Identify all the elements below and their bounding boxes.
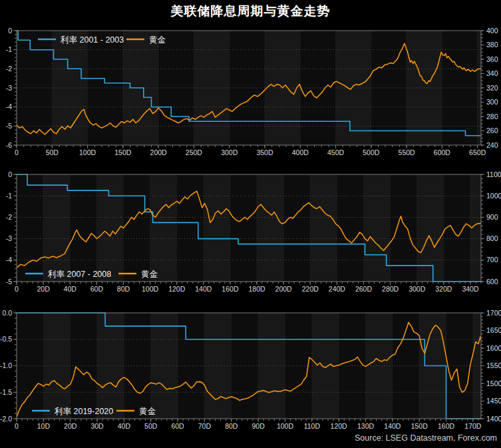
right-tick-label: 600 [486, 278, 498, 286]
fed-gold-charts: 050D100D150D200D250D300D350D400D450D500D… [0, 0, 501, 448]
x-tick-label: 60D [90, 285, 104, 293]
left-tick-label: -6 [6, 141, 12, 149]
x-tick-label: 320D [435, 285, 452, 293]
x-tick-label: 160D [438, 422, 455, 430]
x-tick-label: 60D [171, 422, 184, 430]
x-tick-label: 500D [363, 148, 380, 156]
rate-legend-label: 利率 2019-2020 [54, 407, 113, 416]
x-tick-label: 110D [304, 422, 321, 430]
right-tick-label: 1400 [486, 415, 501, 423]
x-tick-label: 600D [434, 148, 451, 156]
right-tick-label: 900 [486, 213, 498, 221]
right-tick-label: 1650 [486, 326, 501, 334]
right-tick-label: 1600 [486, 344, 501, 352]
x-tick-label: 120D [331, 422, 348, 430]
x-tick-label: 20D [37, 285, 50, 293]
x-tick-label: 250D [186, 148, 203, 156]
x-tick-label: 100D [79, 148, 96, 156]
x-tick-label: 80D [117, 285, 130, 293]
right-tick-label: 320 [486, 84, 498, 92]
x-tick-label: 180D [248, 285, 265, 293]
x-tick-label: 400D [292, 148, 309, 156]
x-tick-label: 350D [256, 148, 273, 156]
left-tick-label: -5 [6, 122, 12, 130]
left-tick-label: -4 [6, 103, 12, 111]
x-tick-label: 340D [462, 285, 479, 293]
left-tick-label: -1.5 [0, 388, 12, 396]
left-tick-label: 0 [8, 170, 12, 178]
rate-legend-label: 利率 2007 - 2008 [47, 270, 111, 279]
right-tick-label: 1700 [486, 309, 501, 317]
right-tick-label: 1000 [486, 192, 501, 200]
left-tick-label: -1 [6, 192, 12, 200]
x-tick-label: 160D [222, 285, 239, 293]
rate-legend-label: 利率 2001 - 2003 [60, 35, 124, 45]
right-tick-label: 300 [486, 98, 498, 106]
x-tick-label: 300D [221, 148, 238, 156]
x-tick-label: 650D [469, 148, 486, 156]
x-tick-label: 10D [37, 422, 51, 430]
x-tick-label: 100D [277, 422, 294, 430]
x-tick-label: 170D [464, 422, 482, 430]
left-tick-label: 0.0 [2, 309, 12, 317]
x-tick-label: 100D [142, 285, 159, 293]
x-tick-label: 20D [64, 422, 77, 430]
right-tick-label: 340 [486, 69, 498, 77]
right-tick-label: 1450 [486, 397, 501, 405]
source-credit: Source: LSEG Datastream, Forex.com [355, 433, 497, 443]
right-tick-label: 700 [486, 256, 498, 264]
panel-2019-2020cycle: 010D20D30D40D50D60D70D80D90D100D110D120D… [0, 309, 501, 431]
left-tick-label: -5 [6, 278, 12, 286]
x-tick-label: 150D [114, 148, 132, 156]
right-tick-label: 800 [486, 234, 498, 242]
x-tick-label: 50D [144, 422, 158, 430]
right-tick-label: 380 [486, 41, 498, 49]
x-tick-label: 130D [357, 422, 375, 430]
left-tick-label: -2 [6, 65, 12, 73]
x-tick-label: 200D [150, 148, 168, 156]
x-tick-label: 260D [355, 285, 373, 293]
x-tick-label: 80D [225, 422, 238, 430]
right-tick-label: 240 [486, 141, 498, 149]
right-tick-label: 280 [486, 112, 498, 120]
x-tick-label: 70D [198, 422, 212, 430]
right-tick-label: 360 [486, 55, 498, 63]
x-tick-label: 40D [118, 422, 131, 430]
x-tick-label: 90D [251, 422, 265, 430]
x-tick-label: 300D [409, 285, 426, 293]
panel-2001-2003cycle: 050D100D150D200D250D300D350D400D450D500D… [6, 27, 498, 157]
right-tick-label: 1550 [486, 361, 501, 369]
left-tick-label: -3 [6, 84, 12, 92]
x-tick-label: 0 [15, 148, 19, 156]
left-tick-label: -2.0 [0, 415, 12, 423]
chart-page: 美联储降息周期与黄金走势 050D100D150D200D250D300D350… [0, 0, 501, 448]
left-tick-label: -3 [6, 234, 12, 242]
x-tick-label: 120D [168, 285, 186, 293]
left-tick-label: -1 [6, 45, 12, 53]
x-tick-label: 200D [275, 285, 293, 293]
panel-2007-2008cycle: 020D40D60D80D100D120D140D160D180D200D220… [6, 170, 501, 294]
x-tick-label: 220D [302, 285, 319, 293]
right-tick-label: 1500 [486, 379, 501, 387]
x-tick-label: 150D [411, 422, 428, 430]
left-tick-label: -2 [6, 213, 12, 221]
right-tick-label: 400 [486, 27, 498, 35]
x-tick-label: 0 [15, 422, 19, 430]
left-tick-label: -0.5 [0, 335, 12, 343]
right-tick-label: 1100 [486, 170, 501, 178]
gold-legend-label: 黄金 [149, 35, 166, 45]
left-tick-label: 0 [8, 27, 12, 35]
left-tick-label: -1.0 [0, 361, 12, 369]
left-tick-label: -4 [6, 256, 12, 264]
x-tick-label: 50D [46, 148, 59, 156]
right-tick-label: 260 [486, 126, 498, 134]
x-tick-label: 450D [327, 148, 345, 156]
gold-legend-label: 黄金 [139, 407, 156, 416]
x-tick-label: 30D [90, 422, 104, 430]
x-tick-label: 550D [399, 148, 416, 156]
x-tick-label: 140D [384, 422, 401, 430]
x-tick-label: 140D [195, 285, 212, 293]
gold-legend-label: 黄金 [141, 270, 158, 279]
x-tick-label: 40D [64, 285, 77, 293]
x-tick-label: 0 [15, 285, 19, 293]
